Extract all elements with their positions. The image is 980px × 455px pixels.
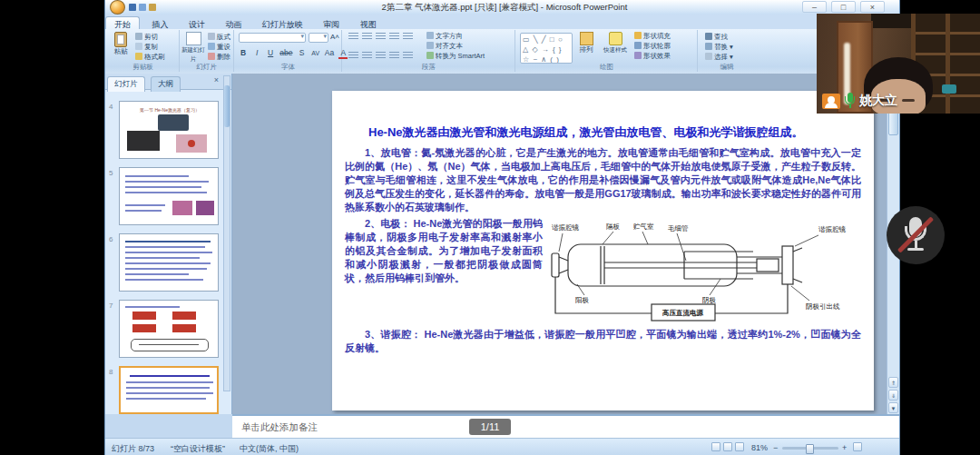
tab-review[interactable]: 审阅 [315,17,348,30]
text-direction-button[interactable]: 文字方向 [426,32,463,41]
underline-button[interactable]: U [266,48,275,57]
tab-animations[interactable]: 动画 [217,17,250,30]
shape-effects-button[interactable]: 形状效果 [634,52,671,61]
group-label-paragraph: 段落 [343,63,514,72]
shape-outline-button[interactable]: 形状轮廓 [634,42,671,51]
tab-design[interactable]: 设计 [181,17,213,30]
presenter-nameplate: 姚大立 [822,92,897,110]
group-font: A˄ B I U abe S AV Aa A 字体 [235,30,342,72]
diagram-label-mirror-left: 谐振腔镜 [552,223,580,232]
cut-button[interactable]: 剪切 [135,33,158,42]
change-case-button[interactable]: Aa [325,48,334,57]
diagram-label-reservoir: 贮气室 [633,223,654,231]
tab-home[interactable]: 开始 [105,16,140,29]
new-slide-button[interactable]: 新建幻灯片 [181,32,206,64]
shapes-gallery[interactable]: ▭ ╲ ╱ □ ○△ ◇ → { }☆ ~ ∧ ( ) [520,33,573,64]
zoom-level[interactable]: 81% [751,443,768,452]
delete-button[interactable]: 删除 [208,53,230,62]
align-left-icon[interactable] [348,52,358,60]
slide-canvas[interactable]: He-Ne激光器由激光管和激光电源组成，激光管由放电管、电极和光学谐振腔组成。 … [332,91,874,410]
align-text-button[interactable]: 对齐文本 [426,42,463,51]
slideshow-view-icon[interactable] [735,442,744,451]
zoom-in-icon[interactable]: + [842,443,847,452]
quick-styles-icon [609,32,622,45]
reset-button[interactable]: 重设 [208,43,230,52]
pane-scrollbar[interactable] [223,75,230,391]
office-button-icon[interactable] [110,0,125,15]
scroll-down-icon[interactable]: ▼ [888,402,898,413]
bullets-icon[interactable] [348,33,358,41]
select-button[interactable]: 选择 ▾ [705,53,733,62]
thumb7-red-box [132,324,156,332]
zoom-slider[interactable] [782,447,838,450]
status-language[interactable]: 中文(简体, 中国) [240,443,299,455]
next-slide-icon[interactable]: ⇓ [888,390,898,401]
paste-button[interactable]: 粘贴 [110,32,132,56]
zoom-slider-thumb[interactable] [806,444,814,454]
group-label-slides: 幻灯片 [180,63,233,72]
italic-button[interactable]: I [252,48,261,57]
columns-icon[interactable] [403,52,413,60]
microphone-muted-button[interactable] [887,206,945,264]
replace-button[interactable]: 替换 ▾ [705,43,733,52]
slide-thumbnail-7[interactable] [119,300,219,358]
line-spacing-icon[interactable] [403,33,413,41]
grow-font-button[interactable]: A˄ [330,33,339,41]
pane-tab-outline[interactable]: 大纲 [151,76,181,92]
numbering-icon[interactable] [362,33,372,41]
slide-thumbnail-8-selected[interactable] [119,366,219,414]
font-name-combobox[interactable] [239,33,306,43]
strikethrough-button[interactable]: abe [279,48,292,57]
char-spacing-button[interactable]: AV [311,50,320,56]
increase-indent-icon[interactable] [389,33,399,41]
decrease-indent-icon[interactable] [376,33,386,41]
bold-button[interactable]: B [239,48,248,57]
pane-tab-slides[interactable]: 幻灯片 [107,76,145,92]
ribbon: 粘贴 剪切 复制 格式刷 剪贴板 新建幻灯片 版式 重设 删除 幻灯片 [105,29,899,74]
arrange-button[interactable]: 排列 [574,32,598,54]
save-icon[interactable] [129,4,136,11]
minimize-button[interactable]: – [802,1,827,13]
alignment-row [348,52,415,62]
tab-slideshow[interactable]: 幻灯片放映 [254,17,311,30]
status-slide-info: 幻灯片 8/73 [112,443,154,455]
diagram-label-cathode-lead: 阴极引出线 [806,302,840,311]
slide-sorter-view-icon[interactable] [723,442,732,451]
status-bar: 幻灯片 8/73 “空白设计模板” 中文(简体, 中国) 81% − + [105,438,899,455]
tab-insert[interactable]: 插入 [143,17,176,30]
fit-to-window-icon[interactable] [853,442,862,451]
format-painter-button[interactable]: 格式刷 [135,53,165,62]
diagram-label-mirror-right: 谐振腔镜 [818,225,847,233]
pane-close-icon[interactable]: × [214,75,219,84]
window-title: 2第二章 气体激光器.ppt [只读] [兼容模式] - Microsoft P… [269,2,740,14]
slide-thumbnail-5[interactable] [119,167,219,225]
shadow-button[interactable]: S [298,48,307,57]
find-button[interactable]: 查找 [705,33,728,42]
layout-button[interactable]: 版式 [208,33,230,42]
shape-fill-button[interactable]: 形状填充 [634,32,671,41]
shape-effects-icon [634,52,642,59]
webcam-video[interactable]: 姚大立 [817,14,980,114]
close-button[interactable]: × [860,1,885,13]
redo-icon[interactable] [149,4,156,11]
page-indicator-badge: 1/11 [469,419,511,435]
quick-styles-button[interactable]: 快速样式 [600,32,631,54]
slide-thumbnail-4[interactable]: 第一节 He-Ne激光器（复习） [119,101,219,159]
align-center-icon[interactable] [362,52,372,60]
thumb-number: 6 [109,235,113,243]
undo-icon[interactable] [139,4,146,11]
align-right-icon[interactable] [376,52,386,60]
convert-smartart-button[interactable]: 转换为 SmartArt [426,52,485,61]
normal-view-icon[interactable] [711,442,720,451]
tab-view[interactable]: 视图 [352,17,385,30]
zoom-out-icon[interactable]: − [773,443,778,452]
powerpoint-window: 2第二章 气体激光器.ppt [只读] [兼容模式] - Microsoft P… [104,0,900,455]
font-size-combobox[interactable] [309,33,328,43]
justify-icon[interactable] [389,52,399,60]
copy-button[interactable]: 复制 [135,43,158,52]
slide-thumbnail-6[interactable] [119,233,219,292]
maximize-button[interactable]: □ [831,1,856,13]
thumb-number: 4 [109,103,113,111]
notes-pane[interactable]: 单击此处添加备注 [232,414,899,438]
previous-slide-icon[interactable]: ⇑ [888,377,898,388]
